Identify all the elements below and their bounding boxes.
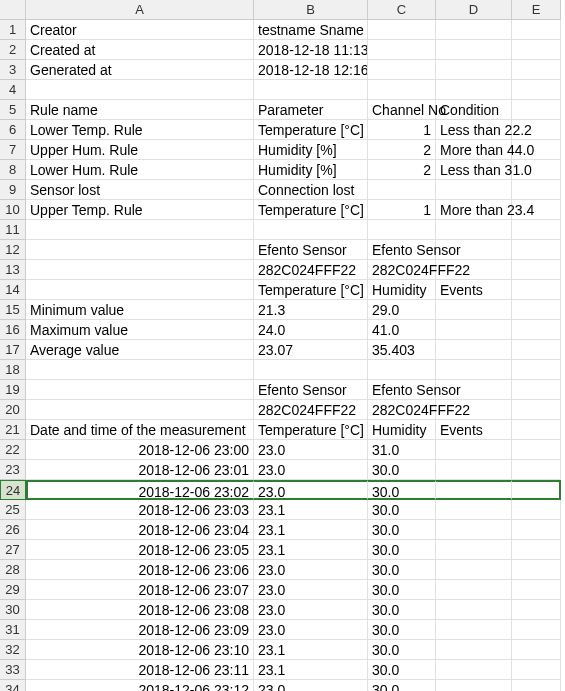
cell-C34[interactable]: 30.0 — [368, 680, 436, 691]
cell-A2[interactable]: Created at — [26, 40, 254, 60]
row-header-26[interactable]: 26 — [0, 520, 26, 540]
cell-D27[interactable] — [436, 540, 512, 560]
cell-D5[interactable]: Condition — [436, 100, 512, 120]
cell-B8[interactable]: Humidity [%] — [254, 160, 368, 180]
cell-D25[interactable] — [436, 500, 512, 520]
cell-A16[interactable]: Maximum value — [26, 320, 254, 340]
cell-B28[interactable]: 23.0 — [254, 560, 368, 580]
row-header-7[interactable]: 7 — [0, 140, 26, 160]
cell-C18[interactable] — [368, 360, 436, 380]
cell-E30[interactable] — [512, 600, 561, 620]
cell-C14[interactable]: Humidity — [368, 280, 436, 300]
row-header-21[interactable]: 21 — [0, 420, 26, 440]
col-header-D[interactable]: D — [436, 0, 512, 20]
row-header-16[interactable]: 16 — [0, 320, 26, 340]
cell-A15[interactable]: Minimum value — [26, 300, 254, 320]
cell-D18[interactable] — [436, 360, 512, 380]
cell-E13[interactable] — [512, 260, 561, 280]
cell-C16[interactable]: 41.0 — [368, 320, 436, 340]
row-header-15[interactable]: 15 — [0, 300, 26, 320]
cell-B19[interactable]: Efento Sensor — [254, 380, 368, 400]
cell-C33[interactable]: 30.0 — [368, 660, 436, 680]
cell-E25[interactable] — [512, 500, 561, 520]
cell-C23[interactable]: 30.0 — [368, 460, 436, 480]
cell-E27[interactable] — [512, 540, 561, 560]
cell-E12[interactable] — [512, 240, 561, 260]
cell-E33[interactable] — [512, 660, 561, 680]
row-header-18[interactable]: 18 — [0, 360, 26, 380]
cell-D22[interactable] — [436, 440, 512, 460]
cell-D17[interactable] — [436, 340, 512, 360]
row-header-31[interactable]: 31 — [0, 620, 26, 640]
cell-B12[interactable]: Efento Sensor — [254, 240, 368, 260]
row-header-9[interactable]: 9 — [0, 180, 26, 200]
cell-D11[interactable] — [436, 220, 512, 240]
cell-A5[interactable]: Rule name — [26, 100, 254, 120]
cell-D28[interactable] — [436, 560, 512, 580]
cell-C9[interactable] — [368, 180, 436, 200]
cell-E32[interactable] — [512, 640, 561, 660]
cell-C29[interactable]: 30.0 — [368, 580, 436, 600]
cell-B9[interactable]: Connection lost — [254, 180, 368, 200]
cell-A27[interactable]: 2018-12-06 23:05 — [26, 540, 254, 560]
cell-E26[interactable] — [512, 520, 561, 540]
cell-D4[interactable] — [436, 80, 512, 100]
cell-D1[interactable] — [436, 20, 512, 40]
row-header-8[interactable]: 8 — [0, 160, 26, 180]
cell-E11[interactable] — [512, 220, 561, 240]
cell-C11[interactable] — [368, 220, 436, 240]
cell-E1[interactable] — [512, 20, 561, 40]
cell-D16[interactable] — [436, 320, 512, 340]
cell-A14[interactable] — [26, 280, 254, 300]
cell-E23[interactable] — [512, 460, 561, 480]
cell-C5[interactable]: Channel No — [368, 100, 436, 120]
col-header-B[interactable]: B — [254, 0, 368, 20]
cell-C7[interactable]: 2 — [368, 140, 436, 160]
row-header-10[interactable]: 10 — [0, 200, 26, 220]
row-header-19[interactable]: 19 — [0, 380, 26, 400]
cell-D26[interactable] — [436, 520, 512, 540]
cell-B7[interactable]: Humidity [%] — [254, 140, 368, 160]
cell-A32[interactable]: 2018-12-06 23:10 — [26, 640, 254, 660]
cell-E20[interactable] — [512, 400, 561, 420]
cell-A24[interactable]: 2018-12-06 23:02 — [26, 480, 254, 500]
cell-B34[interactable]: 23.0 — [254, 680, 368, 691]
row-header-34[interactable]: 34 — [0, 680, 26, 691]
cell-C13[interactable]: 282C024FFF22 — [368, 260, 436, 280]
cell-D15[interactable] — [436, 300, 512, 320]
cell-E16[interactable] — [512, 320, 561, 340]
cell-A28[interactable]: 2018-12-06 23:06 — [26, 560, 254, 580]
row-header-33[interactable]: 33 — [0, 660, 26, 680]
cell-C27[interactable]: 30.0 — [368, 540, 436, 560]
cell-D6[interactable]: Less than 22.2 — [436, 120, 512, 140]
cell-A33[interactable]: 2018-12-06 23:11 — [26, 660, 254, 680]
col-header-C[interactable]: C — [368, 0, 436, 20]
cell-B30[interactable]: 23.0 — [254, 600, 368, 620]
cell-A4[interactable] — [26, 80, 254, 100]
row-header-27[interactable]: 27 — [0, 540, 26, 560]
cell-C15[interactable]: 29.0 — [368, 300, 436, 320]
cell-C17[interactable]: 35.403 — [368, 340, 436, 360]
cell-D34[interactable] — [436, 680, 512, 691]
cell-E2[interactable] — [512, 40, 561, 60]
cell-C12[interactable]: Efento Sensor — [368, 240, 436, 260]
cell-E29[interactable] — [512, 580, 561, 600]
cell-B25[interactable]: 23.1 — [254, 500, 368, 520]
cell-D2[interactable] — [436, 40, 512, 60]
row-header-14[interactable]: 14 — [0, 280, 26, 300]
cell-A22[interactable]: 2018-12-06 23:00 — [26, 440, 254, 460]
cell-B14[interactable]: Temperature [°C] — [254, 280, 368, 300]
cell-E3[interactable] — [512, 60, 561, 80]
cell-D29[interactable] — [436, 580, 512, 600]
cell-A11[interactable] — [26, 220, 254, 240]
cell-C28[interactable]: 30.0 — [368, 560, 436, 580]
cell-A21[interactable]: Date and time of the measurement — [26, 420, 254, 440]
col-header-A[interactable]: A — [26, 0, 254, 20]
cell-B31[interactable]: 23.0 — [254, 620, 368, 640]
cell-A30[interactable]: 2018-12-06 23:08 — [26, 600, 254, 620]
cell-C20[interactable]: 282C024FFF22 — [368, 400, 436, 420]
cell-B10[interactable]: Temperature [°C] — [254, 200, 368, 220]
cell-E18[interactable] — [512, 360, 561, 380]
cell-B13[interactable]: 282C024FFF22 — [254, 260, 368, 280]
cell-B29[interactable]: 23.0 — [254, 580, 368, 600]
